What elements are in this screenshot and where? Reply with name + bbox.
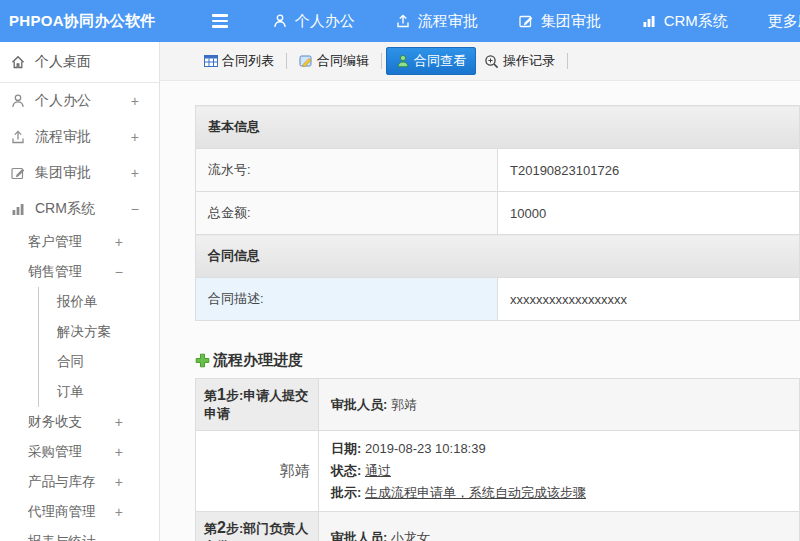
progress-section-title: 流程办理进度 (195, 351, 800, 370)
expand-plus-icon[interactable]: + (115, 444, 123, 460)
field-label: 流水号: (196, 149, 498, 192)
hamburger-menu-icon[interactable] (212, 14, 228, 28)
tab-label: 合同查看 (414, 52, 466, 70)
sidebar-item-label: 产品与库存 (28, 473, 96, 491)
top-menu-group-approval[interactable]: 集团审批 (518, 12, 601, 31)
home-icon (10, 54, 26, 70)
green-plus-icon (195, 353, 210, 368)
top-header-bar: PHPOA协同办公软件 个人办公 流程审批 集团审批 CRM系统 (0, 0, 800, 42)
progress-table: 第1步:申请人提交申请 审批人员: 郭靖 郭靖 日期: 2019-08-23 1… (195, 378, 800, 541)
top-menu: 个人办公 流程审批 集团审批 CRM系统 更多应用 (272, 12, 800, 31)
sidebar-item-contract[interactable]: 合同 (39, 347, 159, 377)
app-logo: PHPOA协同办公软件 (0, 12, 156, 31)
sidebar: 个人桌面 个人办公 + 流程审批 + 集团审批 + (0, 42, 160, 541)
tab-operation-log[interactable]: 操作记录 (476, 48, 563, 74)
top-menu-personal-office[interactable]: 个人办公 (272, 12, 355, 31)
section-header-basic-info: 基本信息 (196, 106, 800, 149)
step-header-row: 第1步:申请人提交申请 审批人员: 郭靖 (196, 379, 800, 431)
sidebar-item-label: 流程审批 (35, 128, 91, 146)
collapse-minus-icon[interactable]: − (131, 201, 139, 217)
field-label: 总金额: (196, 192, 498, 235)
tab-contract-view[interactable]: 合同查看 (386, 47, 476, 75)
sidebar-item-solution[interactable]: 解决方案 (39, 317, 159, 347)
sidebar-item-product-inventory[interactable]: 产品与库存 + (0, 467, 159, 497)
field-value-serial-number: T20190823101726 (498, 149, 800, 192)
sidebar-item-purchase[interactable]: 采购管理 + (0, 437, 159, 467)
sidebar-item-personal-office[interactable]: 个人办公 + (0, 83, 159, 119)
expand-plus-icon[interactable]: + (131, 93, 139, 109)
step-approver-cell: 审批人员: 郭靖 (319, 379, 800, 431)
top-menu-crm[interactable]: CRM系统 (641, 12, 728, 31)
expand-plus-icon[interactable]: + (131, 165, 139, 181)
expand-plus-icon[interactable]: + (131, 129, 139, 145)
expand-plus-icon[interactable]: + (115, 474, 123, 490)
tab-bar: 合同列表 合同编辑 合同查看 操作记录 (160, 42, 800, 81)
collapse-minus-icon[interactable]: − (115, 264, 123, 280)
step-number: 1 (217, 386, 226, 403)
sidebar-item-label: 集团审批 (35, 164, 91, 182)
sidebar-item-crm[interactable]: CRM系统 − (0, 191, 159, 227)
table-grid-icon (204, 54, 218, 68)
sidebar-item-label: 采购管理 (28, 443, 82, 461)
approver-label: 审批人员: (331, 530, 387, 541)
sidebar-item-label: 报表与统计 (28, 533, 96, 541)
sidebar-item-group-approval[interactable]: 集团审批 + (0, 155, 159, 191)
top-menu-process-approval[interactable]: 流程审批 (395, 12, 478, 31)
sidebar-item-label: CRM系统 (35, 200, 95, 218)
sidebar-item-process-approval[interactable]: 流程审批 + (0, 119, 159, 155)
table-row: 流水号: T20190823101726 (196, 149, 800, 192)
sidebar-item-label: 合同 (57, 353, 84, 371)
tab-separator (381, 53, 382, 69)
sidebar-item-label: 客户管理 (28, 233, 82, 251)
step-detail-row: 郭靖 日期: 2019-08-23 10:18:39 状态: 通过 批示: 生成… (196, 431, 800, 512)
process-approval-icon (395, 13, 411, 29)
sidebar-item-label: 个人桌面 (35, 53, 91, 71)
tab-separator (567, 53, 568, 69)
sidebar-item-sales-mgmt[interactable]: 销售管理 − (0, 257, 159, 287)
sidebar-item-label: 解决方案 (57, 323, 111, 341)
expand-plus-icon[interactable]: + (115, 234, 123, 250)
sidebar-item-customer-mgmt[interactable]: 客户管理 + (0, 227, 159, 257)
sidebar-item-finance[interactable]: 财务收支 + (0, 407, 159, 437)
sidebar-item-label: 销售管理 (28, 263, 82, 281)
step-label: 第1步:申请人提交申请 (196, 379, 319, 431)
expand-plus-icon[interactable]: + (115, 504, 123, 520)
detail-date: 2019-08-23 10:18:39 (365, 441, 486, 456)
section-title: 基本信息 (196, 106, 800, 149)
sidebar-item-desktop[interactable]: 个人桌面 (0, 42, 159, 83)
top-menu-label: 更多应用 (768, 12, 800, 31)
contract-info-table: 基本信息 流水号: T20190823101726 总金额: 10000 合同信… (195, 105, 800, 321)
sidebar-sales-submenu: 报价单 解决方案 合同 订单 (38, 287, 159, 407)
main-area: 合同列表 合同编辑 合同查看 操作记录 (160, 42, 800, 541)
sidebar-item-order[interactable]: 订单 (39, 377, 159, 407)
detail-comment: 生成流程申请单，系统自动完成该步骤 (365, 485, 586, 500)
sidebar-item-agent-mgmt[interactable]: 代理商管理 + (0, 497, 159, 527)
process-approval-icon (10, 129, 26, 145)
top-menu-label: 流程审批 (418, 12, 478, 31)
sidebar-item-label: 报价单 (57, 293, 98, 311)
step-header-row: 第2步:部门负责人审批 审批人员: 小龙女 (196, 512, 800, 541)
detail-status-line: 状态: 通过 (331, 460, 787, 482)
bar-chart-icon (10, 201, 26, 217)
progress-title-text: 流程办理进度 (213, 351, 303, 370)
top-menu-more-apps[interactable]: 更多应用 (768, 12, 800, 31)
expand-plus-icon[interactable]: + (115, 414, 123, 430)
section-title: 合同信息 (196, 235, 800, 278)
step-number: 2 (217, 519, 226, 536)
tab-contract-edit[interactable]: 合同编辑 (291, 48, 377, 74)
section-header-contract-info: 合同信息 (196, 235, 800, 278)
detail-status: 通过 (365, 463, 391, 478)
step-label: 第2步:部门负责人审批 (196, 512, 319, 541)
tab-contract-list[interactable]: 合同列表 (196, 48, 282, 74)
content-area: 基本信息 流水号: T20190823101726 总金额: 10000 合同信… (160, 81, 800, 541)
sidebar-item-label: 财务收支 (28, 413, 82, 431)
tab-separator (286, 53, 287, 69)
bar-chart-icon (641, 13, 657, 29)
sidebar-item-reports[interactable]: 报表与统计 (0, 527, 159, 541)
step-approver-cell: 审批人员: 小龙女 (319, 512, 800, 541)
sidebar-item-quotation[interactable]: 报价单 (39, 287, 159, 317)
approver-name: 小龙女 (391, 530, 430, 541)
field-label: 合同描述: (196, 278, 498, 321)
person-icon (272, 13, 288, 29)
edit-icon (518, 13, 534, 29)
